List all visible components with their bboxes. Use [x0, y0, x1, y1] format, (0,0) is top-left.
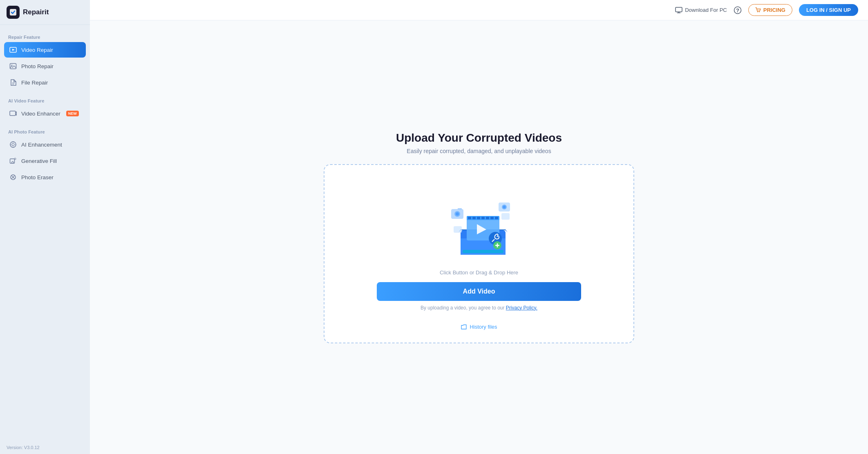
sidebar-item-video-enhancer[interactable]: Video Enhancer NEW [4, 106, 86, 121]
help-button[interactable]: ? [734, 6, 742, 14]
svg-point-4 [11, 65, 13, 66]
svg-rect-32 [486, 217, 489, 219]
pricing-label: PRICING [763, 7, 785, 13]
section-ai-photo: AI Photo Feature [4, 126, 86, 137]
svg-rect-48 [501, 213, 510, 220]
policy-text: By uploading a video, you agree to our P… [421, 305, 537, 311]
svg-rect-28 [468, 217, 471, 219]
policy-prefix: By uploading a video, you agree to our [421, 305, 506, 311]
add-video-button[interactable]: Add Video [377, 282, 581, 301]
topbar: Download For PC ? PRICING LOG IN / SIGN … [90, 0, 868, 20]
ai-enhancement-icon [9, 140, 17, 149]
app-logo-text: Repairit [23, 8, 49, 16]
sidebar-item-generative-fill[interactable]: Generative Fill [4, 153, 86, 169]
main-content: Download For PC ? PRICING LOG IN / SIGN … [90, 0, 868, 454]
folder-icon [461, 324, 467, 330]
svg-rect-7 [10, 111, 16, 116]
sidebar-item-photo-repair[interactable]: Photo Repair [4, 58, 86, 74]
svg-rect-29 [472, 217, 476, 219]
svg-rect-47 [454, 226, 462, 233]
svg-rect-3 [10, 64, 16, 69]
sidebar-item-label: Photo Eraser [21, 174, 54, 180]
new-badge: NEW [66, 111, 79, 116]
svg-point-23 [759, 11, 760, 12]
login-button[interactable]: LOG IN / SIGN UP [799, 4, 858, 16]
svg-rect-31 [481, 217, 485, 219]
sidebar-item-label: File Repair [21, 80, 48, 86]
section-repair-feature: Repair Feature [4, 31, 86, 42]
sidebar-item-file-repair[interactable]: File Repair [4, 75, 86, 90]
svg-rect-17 [676, 7, 682, 12]
sidebar-item-label: Video Enhancer [21, 111, 60, 117]
svg-point-42 [456, 212, 459, 216]
page-subtitle: Easily repair corrupted, damaged, and un… [407, 148, 551, 154]
file-repair-icon [9, 78, 17, 87]
photo-eraser-icon [9, 173, 17, 181]
app-logo-icon [7, 6, 20, 19]
upload-illustration [438, 181, 520, 263]
monitor-icon [675, 7, 682, 14]
svg-rect-34 [495, 217, 498, 219]
svg-rect-33 [490, 217, 494, 219]
svg-point-8 [10, 142, 16, 147]
help-icon: ? [734, 6, 742, 14]
drag-hint: Click Button or Drag & Drop Here [440, 269, 518, 276]
photo-repair-icon [9, 62, 17, 70]
svg-rect-14 [10, 159, 15, 163]
cart-icon [755, 7, 761, 13]
svg-rect-49 [463, 250, 503, 253]
video-repair-icon [9, 46, 17, 54]
video-enhancer-icon [9, 109, 17, 118]
svg-point-22 [757, 11, 758, 12]
version-label: Version: V3.0.12 [0, 441, 90, 454]
history-files-button[interactable]: History files [461, 324, 497, 330]
privacy-policy-link[interactable]: Privacy Policy. [506, 305, 537, 311]
sidebar: Repairit Repair Feature Video Repair [0, 0, 90, 454]
sidebar-item-label: AI Enhancement [21, 142, 62, 148]
generative-fill-icon [9, 157, 17, 165]
sidebar-nav: Repair Feature Video Repair Photo Repair [0, 25, 90, 441]
logo-area: Repairit [0, 0, 90, 25]
login-label: LOG IN / SIGN UP [806, 7, 851, 13]
svg-text:?: ? [736, 7, 739, 13]
add-video-label: Add Video [463, 288, 495, 295]
section-ai-video: AI Video Feature [4, 95, 86, 106]
history-label: History files [470, 324, 497, 330]
sidebar-item-label: Video Repair [21, 47, 53, 53]
sidebar-item-label: Generative Fill [21, 158, 57, 164]
page-title: Upload Your Corrupted Videos [396, 131, 562, 145]
svg-point-46 [503, 205, 506, 208]
svg-marker-2 [12, 49, 15, 51]
download-pc-button[interactable]: Download For PC [675, 7, 727, 14]
svg-point-9 [12, 143, 14, 146]
upload-drop-zone[interactable]: Click Button or Drag & Drop Here Add Vid… [324, 164, 634, 343]
svg-rect-43 [458, 208, 462, 210]
content-area: Upload Your Corrupted Videos Easily repa… [90, 20, 868, 454]
svg-rect-30 [477, 217, 480, 219]
sidebar-item-photo-eraser[interactable]: Photo Eraser [4, 169, 86, 185]
pricing-button[interactable]: PRICING [748, 4, 792, 16]
sidebar-item-label: Photo Repair [21, 63, 54, 69]
sidebar-item-video-repair[interactable]: Video Repair [4, 42, 86, 58]
download-pc-label: Download For PC [685, 7, 727, 13]
sidebar-item-ai-enhancement[interactable]: AI Enhancement [4, 137, 86, 152]
